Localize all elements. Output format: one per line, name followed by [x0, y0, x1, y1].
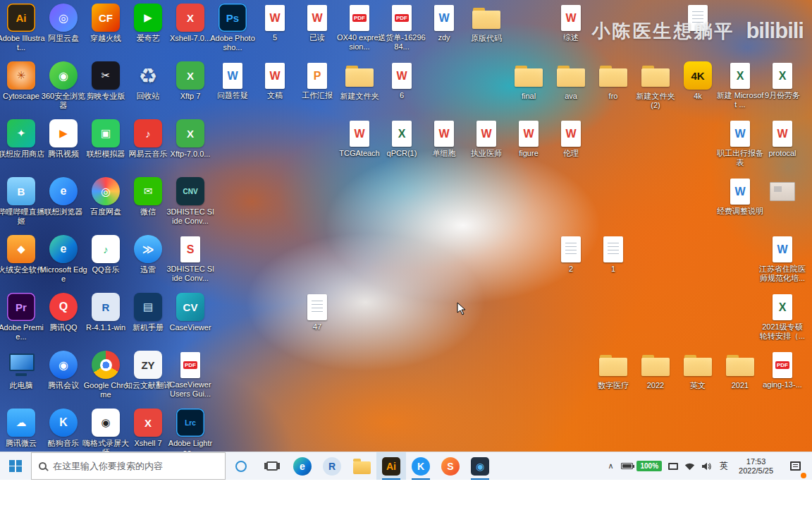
- desktop-icon-360-secure-browser[interactable]: ◉360安全浏览器: [39, 61, 87, 110]
- desktop-icon-bilibili-livehime[interactable]: B哔哩哔哩直播姬: [0, 177, 45, 226]
- desktop-icon-pdf-shipping-order[interactable]: PDF送货单-1629684...: [378, 4, 426, 52]
- desktop-icon-adobe-photoshop[interactable]: PsAdobe Photosho...: [209, 4, 257, 52]
- taskbar-app-edge[interactable]: e: [288, 452, 317, 480]
- desktop-icon-microsoft-edge[interactable]: eMicrosoft Edge: [39, 235, 87, 284]
- desktop-icon-folder-digital-medical[interactable]: 数字医疗: [589, 351, 637, 390]
- desktop-icon-this-pc[interactable]: 此电脑: [0, 351, 45, 390]
- desktop-icon-doc-danxibao[interactable]: W单细胞: [420, 119, 468, 158]
- taskbar-app-adobe-illustrator[interactable]: Ai: [376, 452, 406, 480]
- action-center-button[interactable]: [782, 452, 808, 480]
- desktop-icon-xunlei[interactable]: ≫迅雷: [124, 235, 172, 274]
- desktop-icon-folder-ava[interactable]: ava: [547, 61, 595, 101]
- taskbar-app-colorful-app[interactable]: S: [436, 452, 465, 480]
- desktop-icon-3dhistech-installer[interactable]: S3DHISTEC Slide Conv...: [166, 235, 214, 283]
- desktop-icon-r-installer[interactable]: RR-4.1.1-win: [82, 293, 130, 332]
- taskbar-search-box[interactable]: 在这里输入你要搜索的内容: [31, 452, 226, 480]
- desktop-icon-qq-music[interactable]: ♪QQ音乐: [82, 235, 130, 274]
- desktop-icon-lenovo-app-store[interactable]: ✦联想应用商店: [0, 119, 45, 159]
- desktop-icon-doc-tcgateach[interactable]: WTCGAteach: [336, 119, 383, 158]
- input-language-button[interactable]: 英: [718, 460, 730, 472]
- desktop-icon-jianying-pro[interactable]: ✂剪映专业版: [82, 61, 130, 101]
- desktop-icon-netease-cloud-music[interactable]: ♪网易云音乐: [124, 119, 172, 159]
- desktop-icon-folder-2022[interactable]: 2022: [632, 351, 679, 390]
- wifi-icon[interactable]: [684, 462, 695, 471]
- desktop-icon-doc-figure[interactable]: Wfigure: [505, 119, 553, 158]
- desktop-icon-kugou-music[interactable]: K酷狗音乐: [39, 409, 87, 448]
- desktop-icon-4k-file[interactable]: 4K4k: [674, 61, 722, 101]
- desktop-icon-folder-2021[interactable]: 2021: [716, 351, 764, 390]
- desktop-icon-doc-wengao[interactable]: W文稿: [251, 61, 299, 100]
- desktop-icon-doc-jiangsu-guipei[interactable]: W江苏省住院医师规范化培...: [758, 235, 806, 283]
- desktop-icon-doc-lunli[interactable]: W伦理: [547, 119, 595, 158]
- desktop-icon-lenovo-emulator[interactable]: ▣联想模拟器: [82, 119, 130, 159]
- desktop-icon-doc-untitled[interactable]: [674, 4, 722, 33]
- desktop-icon-folder-english[interactable]: 英文: [674, 351, 722, 390]
- desktop-icon-xshell7[interactable]: XXshell 7: [124, 409, 172, 448]
- desktop-icon-tencent-qq[interactable]: Q腾讯QQ: [39, 293, 87, 332]
- desktop-icon-pdf-aging[interactable]: PDFaging-13-...: [758, 351, 806, 389]
- display-icon[interactable]: [668, 463, 678, 470]
- desktop-icon-aliyun-drive[interactable]: ◎阿里云盘: [39, 4, 87, 43]
- desktop-icon-doc-5[interactable]: W5: [251, 4, 299, 42]
- desktop-icon-huorong-security[interactable]: ◆火绒安全软件: [0, 235, 45, 274]
- desktop-icon-tencent-weiyun[interactable]: ☁腾讯微云: [0, 409, 45, 448]
- cortana-button[interactable]: [226, 452, 257, 480]
- desktop[interactable]: 小陈医生想躺平 bilibili AiAdobe Illustrat...◎阿里…: [0, 0, 812, 480]
- desktop-icon-pdf-ox40[interactable]: PDFOX40 expression...: [336, 4, 383, 52]
- desktop-icon-doc-xinji-shouce[interactable]: ▤新机手册: [124, 293, 172, 332]
- desktop-icon-doc-jingfei-tiaozheng[interactable]: W经费调整说明: [716, 177, 764, 216]
- desktop-icon-adobe-premiere[interactable]: PrAdobe Premie...: [0, 293, 45, 341]
- taskbar-clock[interactable]: 17:53 2022/5/25: [736, 457, 776, 476]
- desktop-icon-hige-screen-recorder[interactable]: ◉嗨格式录屏大师: [82, 409, 130, 457]
- desktop-icon-pdf-caseviewer-guide[interactable]: PDFCaseViewer Users Gui...: [166, 351, 214, 399]
- battery-indicator[interactable]: 100%: [621, 461, 662, 471]
- desktop-icon-baidu-netdisk[interactable]: ◎百度网盘: [82, 177, 130, 217]
- desktop-icon-google-chrome[interactable]: Google Chrome: [82, 351, 130, 399]
- desktop-icon-folder-final[interactable]: final: [505, 61, 553, 101]
- desktop-icon-caseviewer[interactable]: CVCaseViewer: [166, 293, 214, 332]
- desktop-icon-folder-fro[interactable]: fro: [589, 61, 637, 101]
- desktop-icon-excel-new-microsoft[interactable]: X新建 Microsoft ...: [716, 61, 764, 109]
- desktop-icon-tencent-video[interactable]: ▶腾讯视频: [39, 119, 87, 159]
- desktop-icon-excel-2021-rotation[interactable]: X2021级专硕轮转安排（...: [758, 293, 806, 341]
- desktop-icon-excel-qpcr[interactable]: XqPCR(1): [378, 119, 426, 158]
- desktop-icon-doc-zhigong-chuxing-baobei[interactable]: W职工出行报备表: [716, 119, 764, 167]
- taskbar-app-file-explorer[interactable]: [347, 452, 376, 480]
- desktop-icon-xshell-installer[interactable]: XXshell-7.0...: [166, 4, 214, 43]
- desktop-icon-crossfire[interactable]: CF穿越火线: [82, 4, 130, 43]
- desktop-icon-iqiyi[interactable]: ▶爱奇艺: [124, 4, 172, 43]
- desktop-icon-doc-wenti-dayi[interactable]: W问题答疑: [209, 61, 257, 100]
- desktop-icon-xftp-installer[interactable]: XXftp-7.0.0...: [166, 119, 214, 159]
- desktop-icon-folder-new-2[interactable]: 新建文件夹 (2): [632, 61, 679, 110]
- desktop-icon-doc-zhiye-yishi[interactable]: W执业医师: [462, 119, 510, 158]
- desktop-icon-ppt-gongzuo-huibao[interactable]: P工作汇报: [293, 61, 341, 100]
- start-button[interactable]: [0, 452, 31, 480]
- desktop-icon-doc-yidu[interactable]: W已读: [293, 4, 341, 42]
- desktop-icon-zhiyun-translate[interactable]: ZY知云文献翻译: [124, 351, 172, 390]
- desktop-icon-doc-1[interactable]: 1: [589, 235, 637, 274]
- taskbar-app-r-language[interactable]: R: [317, 452, 347, 480]
- desktop-icon-doc-6[interactable]: W6: [378, 61, 426, 100]
- desktop-icon-doc-47[interactable]: 47: [293, 293, 341, 332]
- desktop-icon-adobe-lightroom[interactable]: LrcAdobe Lightroo...: [166, 409, 214, 457]
- desktop-icon-xftp7[interactable]: XXftp 7: [166, 61, 214, 101]
- desktop-icon-doc-protocal[interactable]: Wprotocal: [758, 119, 806, 158]
- desktop-icon-recycle-bin[interactable]: 回收站: [124, 61, 172, 101]
- tray-overflow-button[interactable]: ∧: [606, 461, 615, 471]
- desktop-icon-doc-2[interactable]: 2: [547, 235, 595, 274]
- desktop-icon-tencent-meeting[interactable]: ◉腾讯会议: [39, 351, 87, 390]
- desktop-icon-adobe-illustrator[interactable]: AiAdobe Illustrat...: [0, 4, 45, 52]
- desktop-icon-image-thumbnail[interactable]: [758, 177, 806, 203]
- desktop-icon-doc-zdy[interactable]: Wzdy: [420, 4, 468, 42]
- desktop-icon-folder-new[interactable]: 新建文件夹: [336, 61, 383, 101]
- volume-icon[interactable]: [701, 462, 712, 471]
- taskbar-app-kugou-music[interactable]: K: [406, 452, 436, 480]
- desktop-icon-doc-zongshu[interactable]: W综述: [547, 4, 595, 42]
- task-view-button[interactable]: [257, 452, 288, 480]
- taskbar-app-screen-recorder[interactable]: ◉: [465, 452, 495, 480]
- desktop-icon-3dhistech-slide-converter[interactable]: CNV3DHISTEC Slide Conv...: [166, 177, 214, 226]
- desktop-icon-excel-september-labor[interactable]: X9月份劳务: [758, 61, 806, 100]
- desktop-icon-wechat[interactable]: ✉微信: [124, 177, 172, 217]
- desktop-icon-cytoscape[interactable]: ✳Cytoscape: [0, 61, 45, 101]
- desktop-icon-folder-original-code[interactable]: 原版代码: [462, 4, 510, 43]
